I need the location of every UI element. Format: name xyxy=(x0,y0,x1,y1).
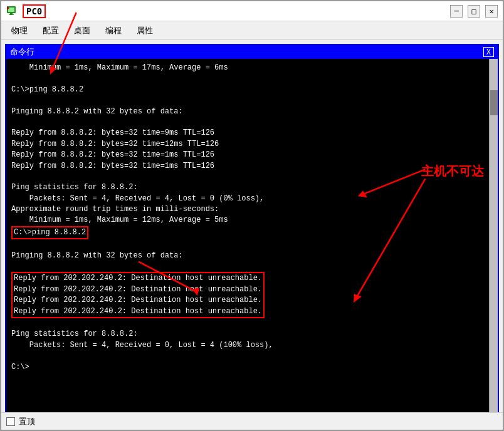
title-bar: PC0 ─ □ ✕ xyxy=(1,1,503,21)
menu-item-config[interactable]: 配置 xyxy=(40,24,61,38)
cmd-body: Minimum = 1ms, Maximum = 17ms, Average =… xyxy=(6,59,498,412)
menu-item-physics[interactable]: 物理 xyxy=(9,24,30,38)
menu-item-properties[interactable]: 属性 xyxy=(134,24,155,38)
pin-checkbox[interactable] xyxy=(6,417,15,426)
cmd-text: Minimum = 1ms, Maximum = 17ms, Average =… xyxy=(11,63,484,373)
svg-rect-3 xyxy=(9,14,14,15)
close-button[interactable]: ✕ xyxy=(485,5,498,18)
title-controls: ─ □ ✕ xyxy=(450,5,498,18)
cmd-scrollbar[interactable] xyxy=(489,59,498,412)
cmd-title-label: 命令行 xyxy=(10,46,34,58)
pin-label: 置顶 xyxy=(19,416,35,427)
scrollbar-thumb xyxy=(490,90,498,115)
menu-bar: 物理 配置 桌面 编程 属性 xyxy=(1,21,503,40)
minimize-button[interactable]: ─ xyxy=(450,5,463,18)
maximize-button[interactable]: □ xyxy=(468,5,480,18)
menu-item-programming[interactable]: 编程 xyxy=(103,24,124,38)
cmd-title-bar: 命令行 X xyxy=(6,45,498,59)
pc-icon xyxy=(6,5,19,18)
command-window: 命令行 X Minimum = 1ms, Maximum = 17ms, Ave… xyxy=(5,44,499,413)
bottom-bar: 置顶 xyxy=(1,412,503,430)
svg-rect-2 xyxy=(10,13,13,14)
cmd-close-button[interactable]: X xyxy=(483,47,494,57)
cmd-content[interactable]: Minimum = 1ms, Maximum = 17ms, Average =… xyxy=(6,59,489,412)
main-window: PC0 ─ □ ✕ 物理 配置 桌面 编程 属性 命令行 X Minimum =… xyxy=(0,0,504,431)
title-left: PC0 xyxy=(6,4,46,18)
menu-item-desktop[interactable]: 桌面 xyxy=(71,24,93,38)
window-title: PC0 xyxy=(23,4,46,18)
